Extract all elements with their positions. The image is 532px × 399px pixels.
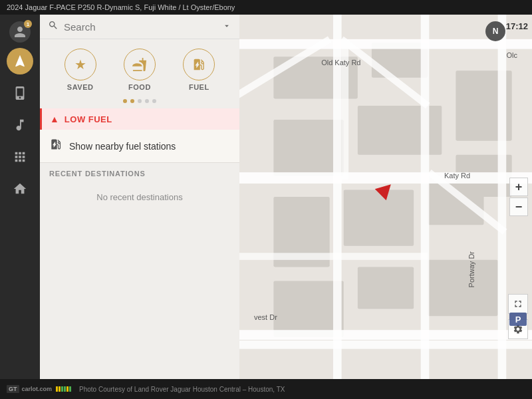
show-fuel-stations-button[interactable]: Show nearby fuel stations	[40, 130, 239, 163]
search-bar	[40, 15, 239, 39]
category-saved[interactable]: ★ SAVED	[65, 49, 96, 91]
user-avatar[interactable]: 1	[9, 21, 31, 43]
svg-rect-10	[428, 260, 497, 316]
bottom-bar: GT carlot.com Photo Courtesy of Land Rov…	[0, 379, 532, 399]
map-area[interactable]: Old Katy Rd Katy Rd Portway Dr vest Dr O…	[239, 15, 532, 379]
parking-icon: P	[509, 313, 527, 326]
svg-rect-6	[344, 190, 414, 245]
sidebar: 1	[0, 15, 40, 379]
sidebar-item-navigation[interactable]	[7, 48, 33, 74]
svg-rect-13	[239, 39, 532, 49]
no-recent-text: No recent destinations	[40, 182, 239, 213]
compass: N	[485, 21, 505, 41]
page-dots	[40, 96, 239, 108]
zoom-controls: + −	[509, 178, 528, 216]
road-label-olc: Olc	[507, 51, 518, 59]
dot-2	[130, 99, 134, 103]
zoom-in-button[interactable]: +	[509, 178, 528, 196]
food-icon	[124, 49, 156, 80]
svg-rect-19	[498, 15, 507, 379]
category-row: ★ SAVED FOOD FUEL	[40, 39, 239, 96]
category-food[interactable]: FOOD	[124, 49, 156, 91]
svg-rect-9	[358, 267, 414, 309]
svg-rect-15	[239, 330, 532, 340]
page-title: 2024 Jaguar F-PACE P250 R-Dynamic S, Fuj…	[7, 3, 235, 11]
dot-1	[123, 99, 127, 103]
gt-logo: GT	[7, 385, 19, 393]
sidebar-item-phone[interactable]	[7, 80, 33, 106]
road-label-portway: Portway Dr	[467, 251, 475, 287]
category-fuel[interactable]: FUEL	[183, 49, 215, 91]
fuel-label: FUEL	[189, 83, 209, 91]
sidebar-item-apps[interactable]	[7, 144, 33, 170]
nav-panel: ★ SAVED FOOD FUEL	[40, 15, 239, 379]
sidebar-item-music[interactable]	[7, 112, 33, 138]
warning-icon: ▲	[50, 114, 59, 124]
chevron-down-icon	[222, 21, 231, 33]
road-label-katy: Katy Rd	[444, 172, 470, 180]
road-label-old-katy: Old Katy Rd	[321, 59, 360, 66]
saved-icon: ★	[65, 49, 96, 80]
food-label: FOOD	[128, 83, 151, 91]
dot-3	[138, 99, 142, 103]
zoom-out-button[interactable]: −	[509, 198, 528, 216]
search-icon	[48, 20, 59, 33]
low-fuel-warning: ▲ LOW FUEL	[40, 108, 239, 130]
svg-rect-23	[239, 253, 428, 260]
top-bar: 2024 Jaguar F-PACE P250 R-Dynamic S, Fuj…	[0, 0, 532, 15]
notification-badge: 1	[24, 20, 32, 28]
recent-destinations-header: RECENT DESTINATIONS	[40, 163, 239, 182]
photo-credit: Photo Courtesy of Land Rover Jaguar Hous…	[79, 386, 285, 393]
svg-rect-17	[333, 15, 342, 379]
saved-label: SAVED	[67, 83, 94, 91]
low-fuel-text: LOW FUEL	[65, 114, 112, 124]
fuel-icon	[183, 49, 215, 80]
svg-rect-16	[239, 340, 532, 349]
dot-4	[145, 99, 149, 103]
road-label-vest: vest Dr	[254, 313, 277, 321]
fuel-option-label: Show nearby fuel stations	[69, 141, 176, 152]
fuel-station-icon	[49, 138, 63, 154]
dot-5	[152, 99, 156, 103]
search-input[interactable]	[64, 21, 217, 33]
color-stripes	[56, 386, 71, 392]
svg-rect-18	[421, 15, 430, 379]
sidebar-item-home[interactable]	[7, 176, 33, 202]
watermark: GT carlot.com	[7, 385, 71, 393]
map-time: 17:12	[506, 21, 528, 31]
main-area: 1	[0, 15, 532, 379]
carlot-text: carlot.com	[22, 386, 53, 392]
map-screen-icon[interactable]	[508, 294, 528, 314]
